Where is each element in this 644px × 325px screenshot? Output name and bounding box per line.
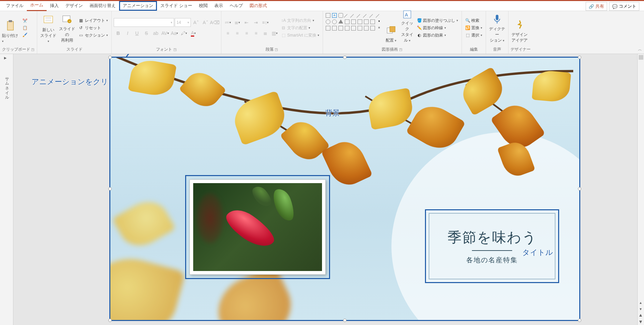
selection-handle[interactable] — [578, 56, 581, 59]
tab-home[interactable]: ホーム — [27, 0, 47, 11]
vertical-scrollbar[interactable]: ▲▼⯅⯆ — [637, 54, 644, 325]
line-spacing-button[interactable]: ≡↕ — [261, 18, 270, 27]
svg-rect-3 — [45, 17, 51, 18]
dialog-launcher-icon[interactable]: ◳ — [173, 48, 177, 51]
new-slide-button[interactable]: 新しい スライド — [39, 12, 57, 43]
font-color-button[interactable]: A — [189, 29, 198, 38]
tab-insert[interactable]: 挿入 — [47, 1, 62, 11]
slide[interactable]: 背景 画像 タイトル 季節を味わう 各 — [109, 57, 580, 321]
reuse-slide-button[interactable]: スライドの 再利用 — [58, 12, 76, 43]
group-designer-label: デザイナー — [511, 46, 531, 53]
collapse-ribbon-button[interactable]: ︿ — [638, 47, 642, 52]
distribute-button[interactable]: ≣ — [261, 29, 270, 38]
tab-design[interactable]: デザイン — [62, 1, 86, 11]
tab-transitions[interactable]: 画面切り替え — [86, 1, 119, 11]
align-left-button[interactable]: ≡ — [223, 29, 232, 38]
selection-handle[interactable] — [108, 319, 112, 322]
columns-button[interactable]: ▥ — [270, 29, 279, 38]
inc-indent-button[interactable]: ⇥ — [252, 18, 260, 27]
selection-handle[interactable] — [343, 319, 346, 322]
char-spacing-button[interactable]: AV — [161, 29, 169, 38]
align-text-button[interactable]: ⊟文字の配置 — [280, 25, 321, 31]
comment-button[interactable]: 💬コメント — [609, 2, 639, 11]
search-icon: 🔍 — [465, 18, 470, 23]
dialog-launcher-icon[interactable]: ◳ — [399, 48, 403, 51]
tab-animations[interactable]: アニメーション — [119, 1, 157, 11]
next-slide-icon[interactable]: ⯆ — [639, 320, 642, 324]
clear-format-button[interactable]: A⌫ — [210, 18, 219, 27]
slide-title-box[interactable]: 季節を味わう 各地の名産特集 — [425, 209, 559, 283]
dictate-button[interactable]: ディクテー ション — [488, 12, 506, 43]
prev-slide-icon[interactable]: ⯅ — [639, 314, 642, 317]
bullets-button[interactable]: ≔ — [223, 18, 232, 27]
font-size-combo[interactable]: 14▾ — [175, 18, 191, 27]
dialog-launcher-icon[interactable]: ◳ — [31, 48, 35, 51]
select-button[interactable]: ⬚選択 — [464, 32, 484, 39]
highlight-button[interactable]: 🖍 — [179, 29, 188, 38]
shape-outline-button[interactable]: ✏️図形の枠線 — [416, 25, 460, 31]
align-right-button[interactable]: ≡ — [242, 29, 251, 38]
shape-fill-button[interactable]: 🪣図形の塗りつぶし — [416, 17, 460, 24]
shapes-gallery[interactable]: A ▾ ≡ — [325, 12, 383, 32]
svg-rect-1 — [9, 20, 12, 22]
tab-slideshow[interactable]: スライド ショー — [157, 1, 196, 11]
annotation-background: 背景 — [325, 108, 340, 118]
justify-button[interactable]: ≡ — [252, 29, 260, 38]
dialog-launcher-icon[interactable]: ◳ — [275, 48, 278, 51]
tab-view[interactable]: 表示 — [211, 1, 226, 11]
text-direction-icon: ↕A — [281, 18, 286, 23]
design-ideas-button[interactable]: デザイン アイデア — [511, 12, 529, 43]
dec-indent-button[interactable]: ⇤ — [242, 18, 251, 27]
grow-font-button[interactable]: A˄ — [192, 18, 200, 27]
text-direction-button[interactable]: ↕A文字列の方向 — [280, 17, 321, 24]
quick-style-button[interactable]: A クイック スタイル — [399, 12, 415, 43]
group-paragraph-label: 段落 — [266, 47, 274, 52]
replace-button[interactable]: 🔁置換 — [464, 25, 484, 31]
share-button[interactable]: 🔗共有 — [586, 2, 607, 11]
group-slides: 新しい スライド スライドの 再利用 ▦レイアウト ↺リセット ▭セクション ス… — [37, 11, 112, 54]
scroll-up-icon[interactable]: ▲ — [639, 301, 642, 305]
format-painter-button[interactable]: 🖌️ — [21, 32, 29, 38]
italic-button[interactable]: I — [123, 29, 132, 38]
section-button[interactable]: ▭セクション — [77, 32, 109, 39]
arrange-icon — [385, 25, 397, 36]
chevron-right-icon[interactable]: ▶ — [4, 56, 7, 60]
reset-button[interactable]: ↺リセット — [77, 25, 109, 31]
find-button[interactable]: 🔍検索 — [464, 17, 484, 24]
slide-image[interactable] — [185, 175, 330, 279]
thumbnail-pane-label: サムネイル — [4, 74, 10, 98]
shadow-button[interactable]: ab — [151, 29, 160, 38]
selection-handle[interactable] — [578, 187, 581, 191]
paste-button[interactable]: 貼り付け — [2, 12, 20, 43]
strike-button[interactable]: S — [142, 29, 151, 38]
layout-button[interactable]: ▦レイアウト — [77, 17, 109, 24]
tab-file[interactable]: ファイル — [3, 1, 27, 11]
align-center-button[interactable]: ≡ — [233, 29, 241, 38]
shrink-font-button[interactable]: A˅ — [201, 18, 210, 27]
copy-button[interactable]: 📋 — [21, 25, 29, 31]
change-case-button[interactable]: Aa — [170, 29, 179, 38]
arrange-button[interactable]: 配置 — [383, 12, 399, 43]
font-family-combo[interactable]: ▾ — [114, 18, 174, 27]
tab-picture-format[interactable]: 図の形式 — [246, 1, 270, 11]
svg-text:A: A — [405, 12, 408, 17]
numbering-button[interactable]: ≣ — [233, 18, 241, 27]
group-paragraph: ≔ ≣ ⇤ ⇥ ≡↕ ≡ ≡ ≡ ≡ ≣ ▥ ↕A文字列の方向 ⊟文字の配置 — [221, 11, 323, 54]
selection-handle[interactable] — [108, 187, 112, 191]
copy-icon: 📋 — [22, 25, 28, 31]
slide-canvas[interactable]: アニメーションをクリック — [13, 54, 637, 325]
tab-review[interactable]: 校閲 — [196, 1, 211, 11]
bold-button[interactable]: B — [114, 29, 122, 38]
scroll-down-icon[interactable]: ▼ — [639, 307, 642, 311]
selection-handle[interactable] — [343, 56, 346, 59]
share-icon: 🔗 — [589, 4, 594, 9]
svg-rect-8 — [390, 26, 395, 32]
tab-help[interactable]: ヘルプ — [226, 1, 246, 11]
shape-effects-button[interactable]: ◐図形の効果 — [416, 32, 460, 39]
selection-handle[interactable] — [578, 319, 581, 322]
selection-handle[interactable] — [108, 56, 112, 59]
thumbnail-pane[interactable]: ▶ サムネイル — [0, 54, 13, 325]
underline-button[interactable]: U — [132, 29, 141, 38]
smartart-button[interactable]: ⬚SmartArt に変換 — [280, 32, 321, 39]
cut-button[interactable]: ✂️ — [21, 18, 29, 24]
